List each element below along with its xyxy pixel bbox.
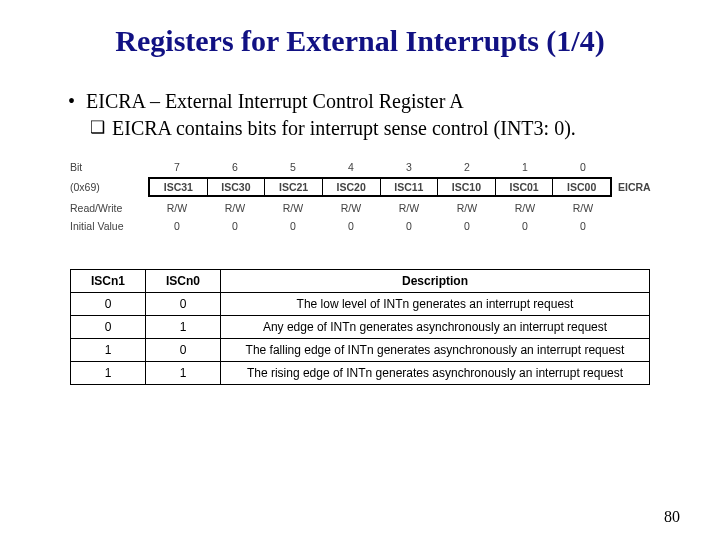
- cell-iscn1: 0: [71, 293, 146, 316]
- iv-cell: 0: [554, 220, 612, 232]
- rw-cell: R/W: [148, 202, 206, 214]
- iv-cell: 0: [380, 220, 438, 232]
- rw-cell: R/W: [554, 202, 612, 214]
- cell-description: Any edge of INTn generates asynchronousl…: [221, 316, 650, 339]
- iv-cell: 0: [206, 220, 264, 232]
- register-row-names: (0x69) ISC31 ISC30 ISC21 ISC20 ISC11 ISC…: [70, 177, 680, 197]
- table-row: 0 0 The low level of INTn generates an i…: [71, 293, 650, 316]
- col-header-description: Description: [221, 270, 650, 293]
- bit-name: ISC10: [438, 179, 496, 195]
- description-table: ISCn1 ISCn0 Description 0 0 The low leve…: [70, 269, 650, 385]
- rw-cell: R/W: [496, 202, 554, 214]
- register-row-initial: Initial Value 0 0 0 0 0 0 0 0: [70, 217, 680, 235]
- iv-cell: 0: [264, 220, 322, 232]
- cell-iscn0: 0: [146, 339, 221, 362]
- bullet-level-2: ❑ EICRA contains bits for interrupt sens…: [90, 117, 680, 140]
- bit-num: 3: [380, 161, 438, 173]
- bit-name: ISC31: [150, 179, 208, 195]
- register-rw-values: R/W R/W R/W R/W R/W R/W R/W R/W: [148, 202, 612, 214]
- bullet-list: • EICRA – External Interrupt Control Reg…: [68, 90, 680, 140]
- rw-cell: R/W: [380, 202, 438, 214]
- rw-cell: R/W: [438, 202, 496, 214]
- bullet-sub-text: EICRA contains bits for interrupt sense …: [112, 117, 576, 140]
- cell-description: The low level of INTn generates an inter…: [221, 293, 650, 316]
- bit-name: ISC00: [553, 179, 610, 195]
- register-bit-label: Bit: [70, 161, 148, 173]
- bit-num: 0: [554, 161, 612, 173]
- register-bit-names: ISC31 ISC30 ISC21 ISC20 ISC11 ISC10 ISC0…: [148, 177, 612, 197]
- description-table-wrap: ISCn1 ISCn0 Description 0 0 The low leve…: [70, 269, 650, 385]
- rw-cell: R/W: [264, 202, 322, 214]
- register-name: EICRA: [612, 181, 668, 193]
- register-rw-label: Read/Write: [70, 202, 148, 214]
- cell-description: The falling edge of INTn generates async…: [221, 339, 650, 362]
- cell-iscn1: 0: [71, 316, 146, 339]
- rw-cell: R/W: [206, 202, 264, 214]
- register-address: (0x69): [70, 181, 148, 193]
- iv-cell: 0: [322, 220, 380, 232]
- bit-name: ISC01: [496, 179, 554, 195]
- cell-iscn1: 1: [71, 339, 146, 362]
- table-row: 1 0 The falling edge of INTn generates a…: [71, 339, 650, 362]
- slide: Registers for External Interrupts (1/4) …: [0, 0, 720, 540]
- bullet-dot-icon: •: [68, 90, 86, 113]
- slide-title: Registers for External Interrupts (1/4): [40, 24, 680, 58]
- register-bit-numbers: 7 6 5 4 3 2 1 0: [148, 161, 612, 173]
- bit-name: ISC21: [265, 179, 323, 195]
- bit-num: 6: [206, 161, 264, 173]
- register-iv-values: 0 0 0 0 0 0 0 0: [148, 220, 612, 232]
- iv-cell: 0: [148, 220, 206, 232]
- bit-num: 5: [264, 161, 322, 173]
- register-iv-label: Initial Value: [70, 220, 148, 232]
- bullet-main-text: EICRA – External Interrupt Control Regis…: [86, 90, 464, 113]
- table-row: 1 1 The rising edge of INTn generates as…: [71, 362, 650, 385]
- register-row-rw: Read/Write R/W R/W R/W R/W R/W R/W R/W R…: [70, 199, 680, 217]
- bullet-square-icon: ❑: [90, 117, 112, 139]
- col-header-iscn1: ISCn1: [71, 270, 146, 293]
- rw-cell: R/W: [322, 202, 380, 214]
- iv-cell: 0: [496, 220, 554, 232]
- iv-cell: 0: [438, 220, 496, 232]
- bit-name: ISC20: [323, 179, 381, 195]
- bit-num: 2: [438, 161, 496, 173]
- register-row-bits: Bit 7 6 5 4 3 2 1 0: [70, 158, 680, 176]
- register-diagram: Bit 7 6 5 4 3 2 1 0 (0x69) ISC31 ISC30 I…: [70, 158, 680, 235]
- table-row: 0 1 Any edge of INTn generates asynchron…: [71, 316, 650, 339]
- bit-num: 4: [322, 161, 380, 173]
- bit-name: ISC11: [381, 179, 439, 195]
- cell-iscn0: 1: [146, 362, 221, 385]
- cell-description: The rising edge of INTn generates asynch…: [221, 362, 650, 385]
- cell-iscn1: 1: [71, 362, 146, 385]
- bit-num: 1: [496, 161, 554, 173]
- table-header-row: ISCn1 ISCn0 Description: [71, 270, 650, 293]
- bit-name: ISC30: [208, 179, 266, 195]
- bullet-level-1: • EICRA – External Interrupt Control Reg…: [68, 90, 680, 113]
- cell-iscn0: 0: [146, 293, 221, 316]
- page-number: 80: [664, 508, 680, 526]
- col-header-iscn0: ISCn0: [146, 270, 221, 293]
- bit-num: 7: [148, 161, 206, 173]
- cell-iscn0: 1: [146, 316, 221, 339]
